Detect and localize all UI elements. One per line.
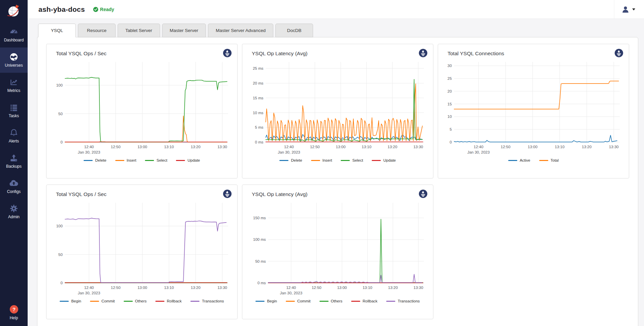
tab-resource[interactable]: Resource — [78, 24, 116, 37]
svg-text:13:10: 13:10 — [164, 286, 174, 290]
legend-item[interactable]: Update — [176, 158, 200, 162]
svg-text:30: 30 — [448, 64, 452, 68]
chart-plot[interactable]: 0 ms50 ms100 ms150 ms12:40Jan 30, 202312… — [249, 199, 426, 298]
svg-text:12:50: 12:50 — [501, 145, 511, 149]
sidebar-item-label: Universes — [5, 63, 23, 68]
svg-text:13:00: 13:00 — [528, 145, 538, 149]
legend-swatch — [286, 301, 295, 302]
svg-text:15: 15 — [448, 102, 452, 106]
svg-text:13:30: 13:30 — [413, 145, 423, 149]
svg-text:13:00: 13:00 — [137, 286, 147, 290]
chart-plot[interactable]: 05010012:40Jan 30, 202312:5013:0013:1013… — [54, 199, 230, 298]
svg-text:13:20: 13:20 — [388, 145, 397, 149]
prometheus-icon[interactable] — [223, 48, 232, 58]
sidebar-item-alerts[interactable]: Alerts — [0, 123, 28, 149]
user-menu[interactable] — [614, 0, 644, 19]
tab-ysql[interactable]: YSQL — [38, 24, 76, 37]
tab-tablet-server[interactable]: Tablet Server — [118, 24, 160, 37]
prometheus-icon[interactable] — [223, 189, 232, 198]
svg-text:13:20: 13:20 — [191, 145, 201, 149]
sidebar-item-dashboard[interactable]: Dashboard — [0, 22, 28, 47]
user-avatar-icon — [621, 5, 630, 14]
chart-legend: BeginCommitOthersRollbackTransactions — [49, 299, 235, 303]
legend-item[interactable]: Others — [124, 299, 147, 303]
legend-item[interactable]: Active — [508, 158, 530, 162]
tab-master-server[interactable]: Master Server — [162, 24, 206, 37]
legend-swatch — [279, 160, 288, 161]
prometheus-icon[interactable] — [614, 48, 623, 58]
tab-docdb[interactable]: DocDB — [275, 24, 313, 37]
prometheus-icon[interactable] — [419, 48, 428, 58]
globe-icon — [9, 53, 18, 61]
line-chart-icon — [9, 78, 18, 87]
svg-text:Jan 30, 2023: Jan 30, 2023 — [280, 291, 303, 295]
charts-grid: Total YSQL Ops / Sec 05010012:40Jan 30, … — [46, 44, 629, 319]
sidebar-item-metrics[interactable]: Metrics — [0, 73, 28, 98]
sidebar-item-tasks[interactable]: Tasks — [0, 98, 28, 123]
bell-icon — [9, 128, 18, 137]
legend-swatch — [124, 301, 133, 302]
prometheus-icon[interactable] — [419, 189, 428, 198]
legend-item[interactable]: Delete — [84, 158, 106, 162]
svg-text:15 ms: 15 ms — [253, 96, 264, 100]
legend-item[interactable]: Insert — [115, 158, 136, 162]
legend-swatch — [190, 301, 200, 302]
legend-item[interactable]: Transactions — [190, 299, 224, 303]
legend-swatch — [115, 160, 124, 161]
svg-text:12:50: 12:50 — [111, 145, 121, 149]
status-badge: Ready — [93, 7, 114, 12]
legend-item[interactable]: Commit — [90, 299, 115, 303]
svg-text:10 ms: 10 ms — [253, 111, 264, 115]
metrics-card: Total YSQL Ops / Sec 05010012:40Jan 30, … — [37, 37, 638, 326]
legend-item[interactable]: Total — [539, 158, 559, 162]
chart-legend: DeleteInsertSelectUpdate — [49, 158, 235, 162]
sidebar-item-configs[interactable]: Configs — [0, 174, 28, 199]
gear-icon — [9, 204, 18, 213]
legend-item[interactable]: Begin — [60, 299, 81, 303]
legend-item[interactable]: Begin — [255, 299, 277, 303]
sidebar-item-admin[interactable]: Admin — [0, 199, 28, 224]
legend-item[interactable]: Insert — [311, 158, 332, 162]
chart-panel-total-ysql-ops: Total YSQL Ops / Sec 05010012:40Jan 30, … — [46, 44, 238, 178]
cloud-upload-icon — [9, 179, 19, 188]
legend-item[interactable]: Transactions — [386, 299, 420, 303]
legend-swatch — [84, 160, 93, 161]
legend-item[interactable]: Rollback — [351, 299, 377, 303]
sidebar-item-universes[interactable]: Universes — [0, 47, 28, 73]
svg-text:13:00: 13:00 — [337, 286, 347, 290]
svg-text:Jan 30, 2023: Jan 30, 2023 — [278, 150, 300, 154]
legend-item[interactable]: Others — [319, 299, 343, 303]
chart-legend: ActiveTotal — [440, 158, 627, 162]
legend-swatch — [60, 301, 69, 302]
tab-master-server-advanced[interactable]: Master Server Advanced — [208, 24, 273, 37]
yugabyte-planet-logo[interactable] — [0, 0, 28, 22]
legend-item[interactable]: Commit — [286, 299, 311, 303]
svg-text:13:30: 13:30 — [413, 286, 423, 290]
svg-text:0 ms: 0 ms — [257, 281, 266, 285]
legend-item[interactable]: Select — [145, 158, 167, 162]
legend-item[interactable]: Rollback — [155, 299, 182, 303]
legend-swatch — [372, 160, 381, 161]
legend-swatch — [255, 301, 265, 302]
legend-item[interactable]: Delete — [279, 158, 302, 162]
sidebar-item-label: Admin — [8, 215, 20, 219]
chart-plot[interactable]: 05101520253012:40Jan 30, 202312:5013:001… — [445, 59, 622, 157]
svg-text:13:20: 13:20 — [388, 286, 398, 290]
chart-plot[interactable]: 05010012:40Jan 30, 202312:5013:0013:1013… — [54, 59, 230, 157]
sidebar-item-label: Tasks — [9, 113, 19, 118]
svg-text:10: 10 — [448, 115, 452, 119]
chart-panel-total-ysql-ops-transactions: Total YSQL Ops / Sec 05010012:40Jan 30, … — [46, 185, 238, 319]
upload-drive-icon — [9, 154, 18, 162]
svg-text:12:40: 12:40 — [286, 286, 296, 290]
svg-text:12:40: 12:40 — [284, 145, 294, 149]
legend-swatch — [145, 160, 154, 161]
legend-swatch — [155, 301, 164, 302]
sidebar: Dashboard Universes Metrics Tasks Alerts… — [0, 0, 28, 326]
chart-title: Total YSQL Ops / Sec — [56, 51, 235, 57]
chart-plot[interactable]: 0 ms5 ms10 ms15 ms20 ms25 ms12:40Jan 30,… — [249, 59, 426, 157]
legend-swatch — [351, 301, 360, 302]
sidebar-item-backups[interactable]: Backups — [0, 149, 28, 174]
legend-item[interactable]: Select — [341, 158, 363, 162]
sidebar-item-help[interactable]: ? Help — [0, 300, 28, 325]
legend-item[interactable]: Update — [372, 158, 396, 162]
